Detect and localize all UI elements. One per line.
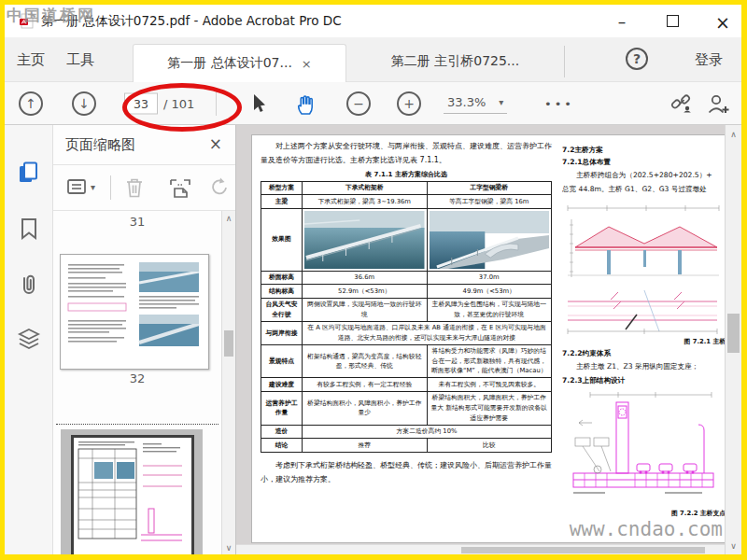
row-label: 结论 (261, 439, 303, 453)
tab-tools[interactable]: 工具 (66, 37, 94, 82)
document-view: 对上述两个方案从安全行驶环境、与两岸衔接、景观特点、建设难度、运营养护工作量及造… (236, 125, 725, 555)
table-row: 主梁 下承式桁架梁，梁高 3~19.36m 等高工字型钢梁，梁高 16m (261, 195, 552, 209)
zoom-level-dropdown[interactable]: 33.3% ▾ (444, 93, 507, 114)
share-link-icon[interactable] (670, 92, 693, 115)
bridge-elevation-figure (562, 199, 723, 285)
tab-home[interactable]: 主页 (17, 37, 45, 82)
next-page-button[interactable]: ↓ (72, 91, 96, 116)
maximize-icon (667, 15, 679, 27)
rendering-photo-a (303, 208, 428, 271)
header-cell: 桥型方案 (261, 181, 303, 195)
scroll-up-icon[interactable]: ∧ (726, 130, 741, 139)
row-label: 造价 (261, 425, 303, 439)
cell-option-a: 桁架结构通透，梁高为变高度，结构较轻盈，形式经典、传统 (303, 344, 428, 378)
row-label: 桥面标高 (261, 271, 303, 285)
thumbnails-panel: 页面缩略图 × ▾ (53, 125, 236, 555)
thumbnails-toolbar: ▾ (53, 165, 235, 211)
intro-paragraph: 对上述两个方案从安全行驶环境、与两岸衔接、景观特点、建设难度、运营养护工作量及造… (261, 140, 552, 168)
table-row: 桥面标高 36.6m 37.0m (261, 271, 552, 285)
horizontal-scrollbar-thumb[interactable] (461, 547, 706, 553)
page-33-thumbnail[interactable] (71, 435, 194, 555)
page-31-label: 31 (53, 215, 221, 229)
section-heading: 7.2.3上部结构设计 (562, 376, 725, 385)
zoom-level-value: 33.3% (447, 95, 486, 109)
attachments-icon[interactable] (17, 273, 41, 297)
zoom-in-button[interactable]: + (397, 91, 421, 116)
chevron-down-icon: ▾ (499, 97, 503, 107)
delete-pages-icon[interactable] (124, 176, 145, 199)
table-row: 结构标高 52.9m（<53m） 49.9m（<53m） (261, 285, 552, 299)
thumbnail-options-button[interactable]: ▾ (66, 176, 95, 197)
cell-merged: 方案二造价高约 10% (303, 425, 552, 439)
doc-tab-1-label: 第一册 总体设计07... (167, 55, 292, 72)
doc-tab-2[interactable]: 第二册 主引桥0725... (346, 46, 565, 77)
table-row: 结论 推荐 比较 (261, 439, 552, 453)
sign-in-button[interactable]: 登录 (695, 37, 723, 82)
horizontal-scrollbar[interactable] (236, 544, 725, 555)
layers-icon[interactable] (17, 327, 41, 351)
previous-page-button[interactable]: ↑ (19, 91, 43, 116)
close-button[interactable]: × (713, 12, 732, 31)
table-row: 景观特点 桁架结构通透，梁高为变高度，结构较轻盈，形式经典、传统 将结构受力和功… (261, 344, 552, 378)
cell-option-a: 推荐 (303, 439, 428, 453)
scroll-down-icon[interactable]: ∨ (222, 543, 235, 553)
page-32-label: 32 (53, 371, 221, 385)
page-number-input[interactable] (124, 92, 158, 114)
section-paragraph: 总宽 44.8m。主桥 G1、G2、G3 号过渡墩处 (562, 183, 725, 196)
thumbnails-panel-header: 页面缩略图 × (53, 125, 235, 165)
cross-section-figure (562, 389, 723, 507)
row-label: 效果图 (261, 208, 303, 271)
row-label: 建设难度 (261, 378, 303, 392)
scroll-up-icon[interactable]: ∧ (222, 214, 235, 223)
chevron-down-icon: ▾ (91, 182, 95, 192)
truss-bridge-photo (304, 211, 425, 269)
section-heading: 7.2主桥方案 (562, 146, 725, 155)
maximize-button[interactable] (663, 12, 682, 31)
panel-close-icon[interactable]: × (209, 134, 222, 153)
cell-option-b: 将结构受力和功能需求（风障）巧妙的结合在一起，形式新颖独特，具有现代感，断面形状… (427, 344, 552, 378)
figure-caption: 图 7.2.1 主桥 (562, 337, 725, 346)
extract-pages-icon[interactable] (169, 176, 191, 199)
panel-scrollbar-thumb[interactable] (224, 330, 233, 357)
help-button[interactable]: ? (626, 48, 648, 70)
page-32-thumbnail[interactable] (60, 254, 209, 370)
bridge-plan-figure (562, 288, 723, 335)
conclusion-paragraph: 考虑到下承式桁架桥结构轻盈、桥型经典、传统；建设风险小、后期运营养护工作量小，建… (261, 458, 552, 486)
select-tool-icon[interactable] (249, 93, 268, 114)
page-thumbnails-icon[interactable] (17, 161, 41, 185)
thumbnail-list: 31 (53, 211, 221, 555)
figure-caption: 图 7.2.2 主桥支点 (562, 509, 725, 518)
hand-tool-icon[interactable] (294, 92, 317, 115)
doc-tab-1[interactable]: 第一册 总体设计07... × (133, 44, 346, 82)
section-paragraph: 主桥桥跨组合为（202.5+280+202.5）+ (562, 169, 725, 182)
zoom-out-button[interactable]: − (346, 91, 371, 116)
cell-option-b: 主桥风障为全包围结构，可实现与陆地一致，甚至更优的行驶环境 (427, 298, 552, 321)
pdf-page: 对上述两个方案从安全行驶环境、与两岸衔接、景观特点、建设难度、运营养护工作量及造… (251, 134, 725, 543)
add-account-icon[interactable] (706, 92, 730, 115)
current-page-highlight (61, 429, 203, 555)
panel-scrollbar[interactable]: ∧ ∨ (221, 211, 235, 555)
more-tools-button[interactable]: ••• (544, 96, 574, 110)
acrobat-window: 第一册 总体设计0725.pdf - Adobe Acrobat Pro DC … (0, 0, 747, 560)
table-header-row: 桥型方案 下承式桁架桥 工字型钢梁桥 (261, 181, 552, 195)
rotate-pages-icon[interactable] (208, 176, 229, 199)
cell-option-b: 桥梁结构面积大，风障面积大，养护工作量大 新结构形式可能需要开发新的设备以适应养… (427, 391, 552, 425)
window-body: 页面缩略图 × ▾ (5, 125, 741, 555)
toolbar-divider (216, 91, 217, 116)
vertical-scrollbar-thumb[interactable] (727, 314, 740, 353)
table-row: 台风天气安全行驶 两侧设置风障，实现与陆地一致的行驶环境 主桥风障为全包围结构，… (261, 298, 552, 321)
page-33-preview (74, 438, 186, 555)
section-heading: 7.2.2约束体系 (562, 349, 725, 358)
scroll-down-icon[interactable]: ∨ (726, 541, 741, 551)
cell-option-a: 52.9m（<53m） (303, 285, 428, 299)
bookmarks-icon[interactable] (17, 217, 41, 241)
cell-option-a: 两侧设置风障，实现与陆地一致的行驶环境 (303, 298, 428, 321)
cell-option-a: 有较多工程实例，有一定工程经验 (303, 378, 428, 392)
title-bar: 第一册 总体设计0725.pdf - Adobe Acrobat Pro DC … (5, 5, 741, 37)
header-cell: 工字型钢梁桥 (427, 181, 552, 195)
rendering-photo-b (427, 208, 552, 271)
minimize-button[interactable]: – (613, 12, 631, 31)
vertical-scrollbar[interactable]: ∧ ∨ (725, 125, 741, 555)
doc-tab-1-close-icon[interactable]: × (302, 57, 312, 71)
table-row: 造价 方案二造价高约 10% (261, 425, 552, 439)
